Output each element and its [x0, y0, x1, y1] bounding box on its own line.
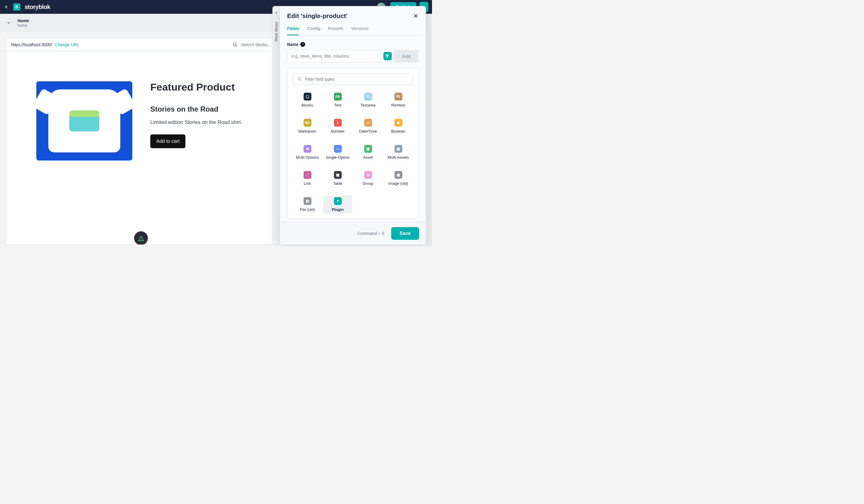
- field-types-box: ▢BlocksAbTextTtTextareaRtRichtextMdMarkd…: [287, 68, 419, 219]
- markdown-icon: Md: [304, 119, 311, 127]
- field-type-textarea[interactable]: TtTextarea: [353, 91, 383, 109]
- right-edge-area: [427, 14, 432, 246]
- field-type-link[interactable]: 🔗Link: [293, 169, 322, 188]
- plugin-chip-icon[interactable]: [383, 52, 392, 60]
- single-option-icon: —: [334, 145, 342, 153]
- tab-presets[interactable]: Presets: [328, 26, 344, 35]
- image-old--icon: ▣: [395, 171, 402, 179]
- filter-input-wrap[interactable]: [293, 73, 413, 85]
- field-type-blocks[interactable]: ▢Blocks: [293, 91, 322, 109]
- field-type-markdown[interactable]: MdMarkdown: [293, 117, 322, 135]
- tab-fields[interactable]: Fields: [287, 26, 299, 35]
- panel-title: Edit 'single-product': [287, 12, 347, 20]
- field-type-plugin[interactable]: ✦Plugin: [323, 195, 352, 214]
- chevron-left-icon[interactable]: [275, 11, 278, 15]
- add-to-cart-button[interactable]: Add to cart: [150, 134, 185, 148]
- chevron-down-icon[interactable]: [7, 21, 13, 25]
- richtext-icon: Rt: [395, 93, 402, 100]
- back-arrow-icon[interactable]: [3, 4, 9, 10]
- field-type-label: Plugin: [332, 207, 344, 212]
- field-type-label: Date/Time: [359, 129, 377, 133]
- product-details: Featured Product Stories on the Road Lim…: [150, 81, 242, 148]
- tshirt-graphic: [48, 89, 120, 152]
- field-type-table[interactable]: ▦Table: [323, 169, 352, 188]
- field-type-label: Markdown: [299, 129, 316, 133]
- field-type-label: Group: [362, 181, 373, 186]
- panel-body: Name ? Add ▢BlocksA: [280, 35, 426, 222]
- logo-text: storyblok: [25, 3, 50, 11]
- name-field-label: Name: [287, 42, 299, 47]
- breadcrumb-text: Home home: [17, 18, 29, 27]
- field-type-label: File (old): [300, 207, 315, 212]
- block-library-tab[interactable]: Block library: [272, 6, 280, 245]
- preview-url-bar: https://localhost:3000/ Change URL Searc…: [6, 38, 276, 51]
- field-type-label: Number: [331, 129, 344, 133]
- save-button[interactable]: Save: [391, 227, 419, 240]
- field-type-label: Text: [334, 103, 341, 107]
- field-type-number[interactable]: 1Number: [323, 117, 352, 135]
- field-type-label: Multi-Assets: [387, 155, 409, 160]
- field-type-label: Single-Option: [326, 155, 349, 160]
- date-time-icon: ▭: [364, 119, 372, 127]
- field-type-image-old-[interactable]: ▣Image (old): [384, 169, 413, 188]
- add-field-button[interactable]: Add: [394, 50, 419, 62]
- textarea-icon: Tt: [364, 93, 372, 100]
- asset-icon: ▣: [364, 145, 372, 153]
- preview-url: https://localhost:3000/: [11, 42, 52, 47]
- plugin-icon: ✦: [334, 197, 342, 205]
- change-url-link[interactable]: Change URL: [55, 42, 79, 47]
- product-heading: Featured Product: [150, 81, 242, 93]
- field-type-multi-options[interactable]: ≣Multi-Options: [293, 143, 322, 161]
- field-type-date-time[interactable]: ▭Date/Time: [353, 117, 383, 135]
- logo-icon: B: [13, 3, 21, 11]
- field-type-single-option[interactable]: —Single-Option: [323, 143, 352, 161]
- panel-tabs: FieldsConfigPresetsVersions: [287, 26, 419, 35]
- field-type-file-old-[interactable]: ▤File (old): [293, 195, 322, 214]
- search-icon: [297, 77, 302, 82]
- panel-header: Edit 'single-product' FieldsConfigPreset…: [280, 6, 426, 35]
- product-image: [36, 81, 132, 160]
- nuxt-badge-icon: [134, 231, 148, 245]
- filter-field-types-input[interactable]: [305, 77, 408, 82]
- edit-panel: Edit 'single-product' FieldsConfigPreset…: [280, 6, 426, 245]
- blocks-icon: ▢: [304, 93, 311, 100]
- field-type-text[interactable]: AbText: [323, 91, 352, 109]
- file-old--icon: ▤: [304, 197, 311, 205]
- field-type-label: Textarea: [361, 103, 376, 107]
- field-type-label: Image (old): [388, 181, 408, 186]
- name-input[interactable]: [287, 50, 383, 62]
- tab-config[interactable]: Config: [307, 26, 320, 35]
- tab-versions[interactable]: Versions: [351, 26, 368, 35]
- svg-point-4: [233, 43, 236, 46]
- product-description: Limited edition Stories on the Road shir…: [150, 119, 242, 125]
- field-type-asset[interactable]: ▣Asset: [353, 143, 383, 161]
- boolean-icon: ⏺: [395, 119, 402, 127]
- table-icon: ▦: [334, 171, 342, 179]
- field-type-label: Link: [304, 181, 311, 186]
- field-type-multi-assets[interactable]: ▣Multi-Assets: [384, 143, 413, 161]
- multi-assets-icon: ▣: [395, 145, 402, 153]
- help-icon[interactable]: ?: [300, 42, 305, 47]
- side-panel-wrap: Block library Edit 'single-product' Fiel…: [272, 6, 426, 245]
- group-icon: ▭: [364, 171, 372, 179]
- page-slug: home: [17, 23, 29, 27]
- field-type-richtext[interactable]: RtRichtext: [384, 91, 413, 109]
- search-blocks[interactable]: Search blocks...: [232, 42, 271, 47]
- shortcut-hint: Command + S: [358, 231, 385, 236]
- text-icon: Ab: [334, 93, 342, 100]
- tshirt-art: [69, 110, 99, 131]
- svg-point-5: [298, 78, 301, 80]
- close-button[interactable]: [413, 13, 419, 19]
- field-type-group[interactable]: ▭Group: [353, 169, 383, 188]
- field-type-label: Multi-Options: [296, 155, 319, 160]
- field-type-boolean[interactable]: ⏺Boolean: [384, 117, 413, 135]
- panel-footer: Command + S Save: [280, 222, 426, 244]
- field-type-label: Blocks: [301, 103, 313, 107]
- field-types-grid: ▢BlocksAbTextTtTextareaRtRichtextMdMarkd…: [293, 91, 413, 214]
- field-type-label: Richtext: [391, 103, 405, 107]
- field-type-label: Asset: [363, 155, 373, 160]
- page-title: Home: [17, 18, 29, 23]
- search-icon: [232, 42, 238, 47]
- multi-options-icon: ≣: [304, 145, 311, 153]
- product-name: Stories on the Road: [150, 105, 242, 113]
